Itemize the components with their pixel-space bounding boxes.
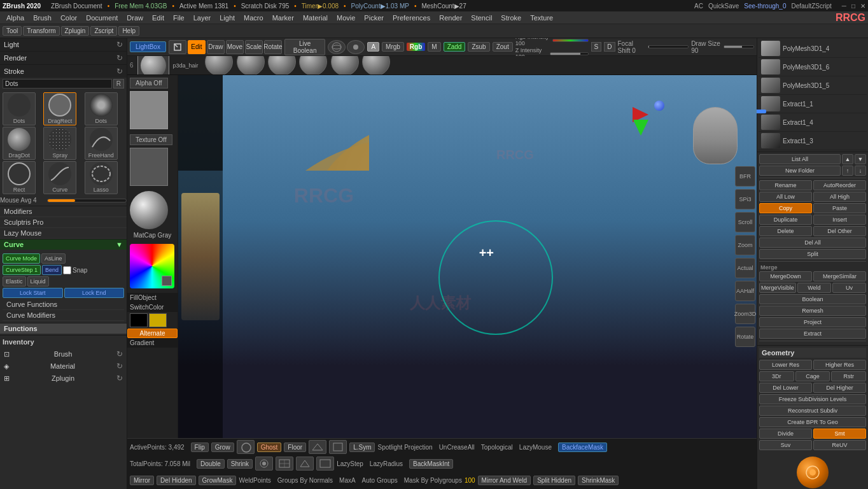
hair6-item[interactable]: P3da_hair_6 [361,56,390,75]
boolean-btn[interactable]: Boolean [759,294,866,304]
mesh-polymesh1-4[interactable]: PolyMesh3D1_4 [759,39,867,58]
ghost-btn[interactable]: Ghost [257,443,282,452]
suv-btn[interactable]: Suv [759,440,812,450]
list-down-btn[interactable]: ▼ [855,154,866,164]
snap-input[interactable] [63,266,71,274]
stroke-refresh-icon[interactable]: ↻ [116,67,123,76]
zout-btn[interactable]: Zout [493,42,513,52]
split-hidden-btn[interactable]: Split Hidden [533,476,575,485]
smt-btn[interactable]: Smt [813,429,866,439]
reconstruct-subdiv-btn[interactable]: Reconstruct Subdiv [759,406,866,416]
menu-document[interactable]: Document [82,13,122,23]
persp2-icon[interactable] [296,457,314,471]
brush-item-lasso[interactable]: Lasso [85,161,118,194]
zoom3d-btn[interactable]: Zoom3D [735,304,755,324]
scale-icon-btn[interactable]: Scale [245,40,263,54]
menu-file[interactable]: File [169,13,188,23]
mouse-avg-slider[interactable] [47,199,127,202]
bfr-btn[interactable]: BFR [735,166,755,187]
s-btn[interactable]: S [591,42,602,52]
fillobject-row[interactable]: FillObject [127,293,178,302]
menu-marker[interactable]: Marker [269,13,298,23]
elastic-btn[interactable]: Elastic [3,276,26,287]
curve-header[interactable]: Curve ▼ [0,239,127,250]
matcap-sphere[interactable] [130,191,168,229]
freeze-subdiv-btn[interactable]: Freeze SubDivision Levels [759,394,866,404]
curvestep-btn[interactable]: CurveStep 1 [3,265,41,275]
all-low-btn[interactable]: All Low [759,192,812,202]
mesh-extract1-4[interactable]: Extract1_4 [759,113,867,132]
curve-modifiers-item[interactable]: Curve Modifiers [3,310,124,321]
menu-texture[interactable]: Texture [526,13,557,23]
brush-item-curve[interactable]: Curve [43,161,76,194]
folder-up-btn[interactable]: ↑ [842,166,853,176]
zsub-btn[interactable]: Zsub [468,42,489,52]
list-all-btn[interactable]: List All [759,154,841,164]
rgb-btn[interactable]: Rgb [407,43,425,51]
menu-macro[interactable]: Macro [240,13,267,23]
merge-similar-btn[interactable]: MergeSimilar [813,271,866,281]
duplicate-btn[interactable]: Duplicate [759,215,812,225]
zplugin-btn[interactable]: Zplugin [61,26,90,36]
spi3-btn[interactable]: SPi3 [735,189,755,209]
lightbox-btn[interactable]: LightBox [130,41,166,52]
del-higher-btn[interactable]: Del Higher [813,383,866,393]
hair5-item[interactable]: P3da_hair_5 [330,56,359,75]
grow-btn[interactable]: Grow [211,443,234,452]
polyf-icon[interactable] [276,457,293,471]
rgb-intensity-slider[interactable] [552,39,588,42]
alternate-btn[interactable]: Alternate [127,329,178,338]
remesh-btn[interactable]: Remesh [759,306,866,316]
delete-btn[interactable]: Delete [759,226,812,236]
higher-res-btn[interactable]: Higher Res [813,360,866,370]
mirror-weld-btn[interactable]: Mirror And Weld [478,476,531,485]
inventory-zplugin[interactable]: ⊞ Zplugin ↻ [3,372,124,384]
rotate-icon-btn[interactable]: Rotate [264,40,282,54]
weld-btn[interactable]: Weld [797,283,831,293]
rotate3d-btn[interactable]: Rotate [735,327,755,347]
insert-btn[interactable]: Insert [813,215,866,225]
all-high-btn[interactable]: All High [813,192,866,202]
hair3-item[interactable]: P3da_hair_3 [267,56,296,75]
list-up-btn[interactable]: ▲ [842,154,853,164]
3dr-btn[interactable]: 3Dr [759,371,794,381]
hair1-item[interactable]: P3da_hair_1 [205,56,234,75]
alpha-off-btn[interactable]: Alpha Off [130,78,168,89]
grow-mask-btn[interactable]: GrowMask [199,476,237,485]
canvas-area[interactable]: RRCG 人人素材 RRCG [178,75,757,438]
brush-item-dots2[interactable]: Dots [85,92,118,125]
mrgb-btn[interactable]: Mrgb [382,42,404,52]
frame2-icon[interactable] [316,457,334,471]
curve-mode-btn[interactable]: Curve Mode [3,253,40,264]
lazy-mouse-item[interactable]: Lazy Mouse [0,228,127,239]
menu-brush[interactable]: Brush [29,13,55,23]
sculptris-pro-item[interactable]: Sculptris Pro [0,217,127,228]
mesh-extract1-3[interactable]: Extract1_3 [759,132,867,150]
maximize-btn[interactable]: □ [851,3,855,10]
asline-btn[interactable]: AsLine [41,253,66,264]
brush-item-dragrect[interactable]: DragRect [43,92,76,125]
del-lower-btn[interactable]: Del Lower [759,383,812,393]
menu-render[interactable]: Render [435,13,466,23]
menu-material[interactable]: Material [299,13,332,23]
minimize-btn[interactable]: ─ [842,3,846,10]
transp-icon[interactable] [237,440,255,454]
mesh-polymesh1-5[interactable]: PolyMesh3D1_5 [759,76,867,95]
light-section-header[interactable]: Light ↻ [0,38,127,51]
zadd-btn[interactable]: Zadd [444,42,466,52]
d-btn[interactable]: D [604,42,615,52]
persp-icon[interactable] [309,440,326,454]
menu-preferences[interactable]: Preferences [389,13,434,23]
functions-header[interactable]: Functions [0,323,127,334]
brush-item-spray[interactable]: Spray [43,127,76,160]
actual-btn[interactable]: Actual [735,258,755,278]
lock-end-btn[interactable]: Lock End [64,288,125,298]
new-folder-btn[interactable]: New Folder [759,166,841,176]
folder-down-btn[interactable]: ↓ [855,166,866,176]
head-model[interactable] [693,107,738,164]
del-other-btn[interactable]: Del Other [813,226,866,236]
zscript-btn[interactable]: Zscript [90,26,117,36]
texture-off-btn[interactable]: Texture Off [130,134,172,145]
rename-btn[interactable]: Rename [759,180,812,190]
menu-alpha[interactable]: Alpha [3,13,28,23]
